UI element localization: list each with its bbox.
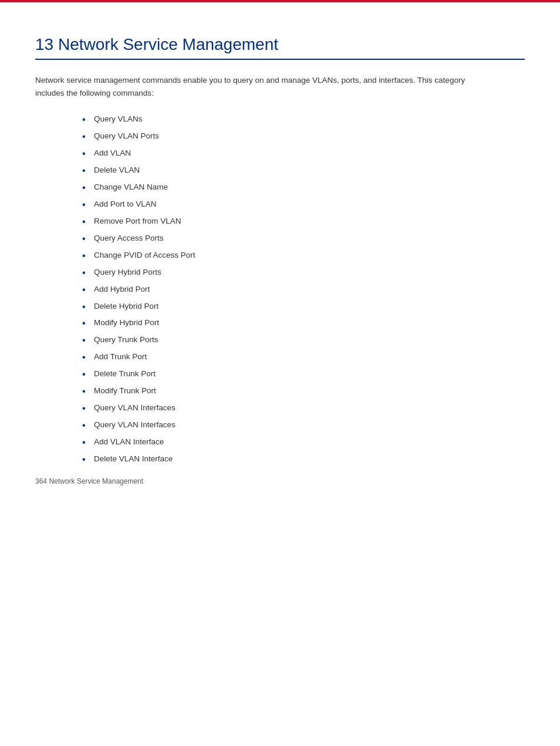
chapter-title: 13 Network Service Management [35, 35, 525, 60]
list-item: Query Access Ports [82, 230, 525, 247]
footer-page-number: 364 [35, 477, 47, 485]
chapter-title-text: Network Service Management [58, 35, 278, 53]
list-item: Add VLAN [82, 145, 525, 162]
list-item: Add VLAN Interface [82, 434, 525, 451]
list-item: Modify Hybrid Port [82, 315, 525, 332]
list-item: Query VLANs [82, 111, 525, 128]
list-item: Remove Port from VLAN [82, 213, 525, 230]
footer-section-name: Network Service Management [49, 477, 143, 485]
list-item: Query Trunk Ports [82, 332, 525, 349]
list-item: Add Trunk Port [82, 349, 525, 366]
list-item: Change VLAN Name [82, 179, 525, 196]
list-item: Query VLAN Interfaces [82, 417, 525, 434]
top-border [0, 0, 560, 2]
list-item: Delete VLAN Interface [82, 451, 525, 468]
page-container: 13 Network Service Management Network se… [0, 0, 560, 503]
intro-text: Network service management commands enab… [35, 74, 493, 99]
list-item: Add Hybrid Port [82, 281, 525, 298]
list-item: Add Port to VLAN [82, 196, 525, 213]
list-item: Delete VLAN [82, 162, 525, 179]
list-item: Query Hybrid Ports [82, 264, 525, 281]
list-item: Delete Hybrid Port [82, 298, 525, 315]
list-item: Change PVID of Access Port [82, 247, 525, 264]
list-item: Modify Trunk Port [82, 383, 525, 400]
list-item: Delete Trunk Port [82, 366, 525, 383]
list-item: Query VLAN Interfaces [82, 400, 525, 417]
chapter-number: 13 [35, 35, 53, 53]
list-item: Query VLAN Ports [82, 128, 525, 145]
bullet-list: Query VLANsQuery VLAN PortsAdd VLANDelet… [82, 111, 525, 468]
page-footer: 364 Network Service Management [35, 477, 143, 485]
